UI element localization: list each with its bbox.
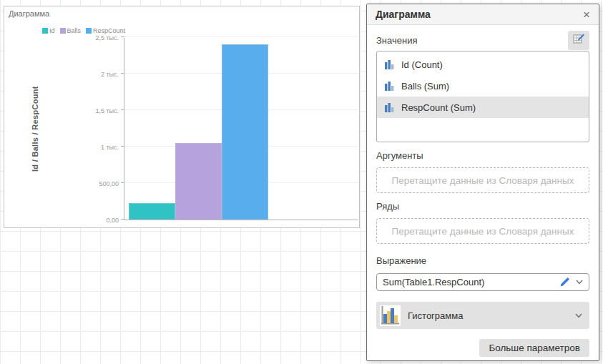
legend-label: Balls	[67, 27, 82, 34]
bar-chart-icon	[384, 81, 395, 92]
y-tick-label: 2,5 тыс.	[95, 34, 119, 41]
panel-footer: Больше параметров	[376, 339, 589, 357]
close-icon[interactable]: ×	[583, 9, 590, 21]
chart-type-label: Гистограмма	[408, 310, 568, 321]
legend-swatch	[60, 28, 66, 34]
values-list-item-label: Balls (Sum)	[401, 81, 449, 92]
chevron-down-icon[interactable]	[576, 280, 583, 285]
y-tick-label: 1 тыс.	[101, 144, 119, 151]
series-dropzone[interactable]: Перетащите данные из Словаря данных	[376, 218, 589, 244]
bar-id[interactable]	[129, 203, 175, 220]
pencil-icon[interactable]	[559, 277, 570, 287]
values-label: Значения	[376, 35, 417, 46]
y-tick-label: 1,5 тыс.	[95, 107, 119, 114]
bar-chart-icon	[384, 102, 395, 113]
chart-type-select[interactable]: Гистограмма	[376, 302, 589, 329]
histogram-icon	[380, 305, 401, 326]
series-label: Ряды	[376, 201, 589, 212]
chevron-down-icon[interactable]	[575, 313, 582, 318]
more-params-button[interactable]: Больше параметров	[479, 339, 589, 357]
edit-values-button[interactable]	[568, 31, 589, 50]
arguments-label: Аргументы	[376, 150, 589, 161]
design-surface: Диаграмма Id Balls RespCount Id / Balls …	[0, 0, 603, 364]
legend-label: Id	[49, 27, 55, 34]
values-list-item[interactable]: RespCount (Sum)	[377, 97, 589, 118]
y-axis-ticks: 0,00500,001 тыс.1,5 тыс.2 тыс.2,5 тыс.	[4, 38, 119, 220]
values-list-item-label: RespCount (Sum)	[401, 102, 476, 113]
edit-grid-icon	[573, 33, 585, 47]
legend-item: Id	[42, 27, 55, 34]
legend-item: RespCount	[86, 27, 125, 34]
values-list-item[interactable]: Balls (Sum)	[377, 75, 589, 97]
expression-label: Выражение	[376, 255, 589, 266]
chart-widget[interactable]: Диаграмма Id Balls RespCount Id / Balls …	[4, 6, 360, 228]
bar-respcount[interactable]	[222, 44, 268, 220]
values-list: Id (Count) Balls (Sum) RespCount (Sum)	[376, 51, 589, 142]
series-placeholder: Перетащите данные из Словаря данных	[392, 226, 574, 237]
expression-combobox[interactable]: Sum(Table1.RespCount)	[376, 273, 589, 291]
y-tick-label: 2 тыс.	[101, 71, 119, 78]
values-section-header: Значения	[376, 30, 589, 50]
bar-chart-icon	[384, 59, 395, 70]
chart-legend: Id Balls RespCount	[42, 27, 125, 34]
legend-label: RespCount	[93, 27, 125, 34]
values-list-item[interactable]: Id (Count)	[377, 54, 589, 75]
expression-value: Sum(Table1.RespCount)	[383, 277, 554, 287]
y-tick-mark	[121, 219, 124, 220]
panel-body: Значения Id (Cou	[367, 30, 599, 357]
plot-area	[124, 38, 358, 220]
y-tick-label: 0,00	[106, 217, 119, 224]
y-tick-label: 500,00	[99, 180, 119, 187]
panel-title: Диаграмма	[376, 9, 431, 20]
chart-settings-panel: Диаграмма × Значения	[366, 4, 599, 361]
arguments-placeholder: Перетащите данные из Словаря данных	[392, 175, 574, 186]
legend-swatch	[42, 28, 48, 34]
panel-header: Диаграмма ×	[367, 4, 599, 25]
chart-title: Диаграмма	[9, 9, 49, 18]
bar-balls[interactable]	[175, 143, 222, 220]
arguments-dropzone[interactable]: Перетащите данные из Словаря данных	[376, 167, 589, 193]
values-list-item-label: Id (Count)	[401, 59, 443, 70]
gridline	[124, 36, 358, 37]
legend-item: Balls	[60, 27, 82, 34]
legend-swatch	[86, 28, 92, 34]
